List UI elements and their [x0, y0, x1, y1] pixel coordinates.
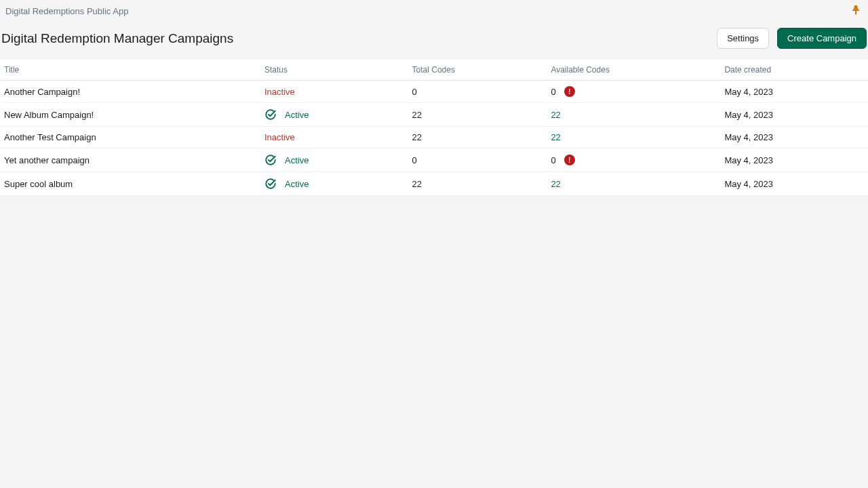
cell-total-codes: 22	[408, 103, 547, 127]
cell-status: Inactive	[260, 127, 408, 148]
status-label: Inactive	[264, 132, 295, 142]
cell-date-created: May 4, 2023	[720, 172, 868, 196]
check-circle-icon	[264, 154, 277, 166]
col-header-date-created[interactable]: Date created	[720, 60, 868, 81]
page-title: Digital Redemption Manager Campaigns	[1, 31, 233, 46]
available-count: 22	[551, 179, 560, 189]
table-header-row: Title Status Total Codes Available Codes…	[0, 60, 868, 81]
col-header-available-codes[interactable]: Available Codes	[547, 60, 720, 81]
cell-date-created: May 4, 2023	[720, 127, 868, 148]
cell-title: New Album Campaign!	[0, 103, 260, 127]
cell-available-codes: 22	[547, 127, 720, 148]
table-row[interactable]: Another Campaign!Inactive00!May 4, 2023	[0, 81, 868, 103]
cell-title: Super cool album	[0, 172, 260, 196]
cell-available-codes: 22	[547, 172, 720, 196]
cell-title: Another Campaign!	[0, 81, 260, 103]
cell-status: Active	[260, 172, 408, 196]
cell-date-created: May 4, 2023	[720, 148, 868, 172]
cell-total-codes: 22	[408, 127, 547, 148]
page-header: Digital Redemption Manager Campaigns Set…	[0, 20, 868, 60]
cell-total-codes: 22	[408, 172, 547, 196]
status-label: Active	[285, 155, 309, 165]
pin-icon[interactable]	[852, 5, 863, 17]
cell-status: Active	[260, 103, 408, 127]
col-header-total-codes[interactable]: Total Codes	[408, 60, 547, 81]
cell-status: Inactive	[260, 81, 408, 103]
campaigns-table: Title Status Total Codes Available Codes…	[0, 60, 868, 196]
cell-total-codes: 0	[408, 148, 547, 172]
col-header-status[interactable]: Status	[260, 60, 408, 81]
status-label: Active	[285, 179, 309, 189]
available-count: 0	[551, 87, 555, 97]
available-count: 22	[551, 110, 560, 120]
status-label: Inactive	[264, 87, 295, 97]
cell-date-created: May 4, 2023	[720, 103, 868, 127]
create-campaign-button[interactable]: Create Campaign	[777, 28, 867, 49]
alert-icon: !	[564, 86, 575, 97]
cell-total-codes: 0	[408, 81, 547, 103]
alert-icon: !	[564, 155, 575, 165]
app-bar: Digital Redemptions Public App	[0, 0, 868, 20]
cell-date-created: May 4, 2023	[720, 81, 868, 103]
cell-available-codes: 22	[547, 103, 720, 127]
cell-available-codes: 0!	[547, 81, 720, 103]
check-circle-icon	[264, 108, 277, 121]
available-count: 22	[551, 132, 560, 142]
table-row[interactable]: Super cool albumActive2222May 4, 2023	[0, 172, 868, 196]
table-row[interactable]: New Album Campaign!Active2222May 4, 2023	[0, 103, 868, 127]
settings-button[interactable]: Settings	[717, 28, 769, 49]
col-header-title[interactable]: Title	[0, 60, 260, 81]
cell-status: Active	[260, 148, 408, 172]
available-count: 0	[551, 155, 555, 165]
cell-available-codes: 0!	[547, 148, 720, 172]
app-title: Digital Redemptions Public App	[5, 6, 128, 16]
table-row[interactable]: Another Test CampaignInactive2222May 4, …	[0, 127, 868, 148]
cell-title: Yet another campaign	[0, 148, 260, 172]
table-row[interactable]: Yet another campaignActive00!May 4, 2023	[0, 148, 868, 172]
status-label: Active	[285, 110, 309, 120]
header-actions: Settings Create Campaign	[717, 28, 868, 49]
cell-title: Another Test Campaign	[0, 127, 260, 148]
check-circle-icon	[264, 178, 277, 190]
